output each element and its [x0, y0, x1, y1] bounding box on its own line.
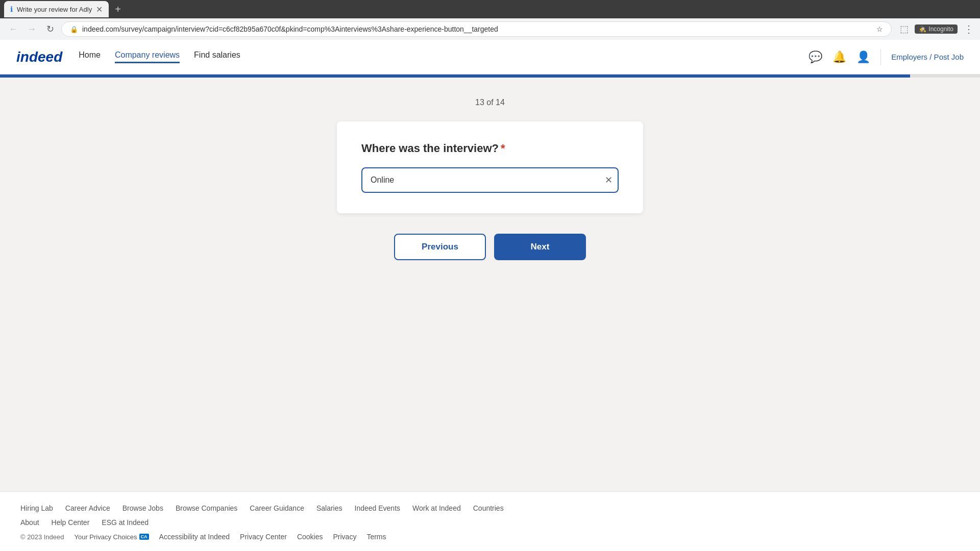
- forward-button[interactable]: →: [24, 22, 39, 36]
- required-star: *: [501, 142, 505, 155]
- indeed-logo[interactable]: indeed: [16, 49, 62, 65]
- footer-link-esg[interactable]: ESG at Indeed: [102, 518, 149, 527]
- reload-button[interactable]: ↻: [43, 22, 57, 36]
- main-content: 13 of 14 Where was the interview?* ✕ Pre…: [0, 78, 980, 491]
- step-counter: 13 of 14: [475, 98, 505, 107]
- footer-link-privacy[interactable]: Privacy: [333, 533, 357, 541]
- footer-link-accessibility[interactable]: Accessibility at Indeed: [159, 533, 230, 541]
- new-tab-button[interactable]: +: [111, 4, 125, 15]
- footer-bottom: © 2023 Indeed Your Privacy Choices CA Ac…: [20, 533, 960, 541]
- back-button[interactable]: ←: [6, 22, 20, 36]
- footer-link-career-guidance[interactable]: Career Guidance: [250, 504, 304, 512]
- main-nav: Home Company reviews Find salaries: [79, 51, 792, 63]
- footer-link-about[interactable]: About: [20, 518, 39, 527]
- logo-text: indeed: [16, 49, 62, 65]
- footer-link-career-advice[interactable]: Career Advice: [65, 504, 110, 512]
- footer-link-work-at-indeed[interactable]: Work at Indeed: [412, 504, 461, 512]
- lock-icon: 🔒: [70, 26, 78, 33]
- header-divider: [880, 49, 881, 65]
- footer-copyright: © 2023 Indeed: [20, 533, 64, 541]
- footer-link-browse-companies[interactable]: Browse Companies: [176, 504, 237, 512]
- footer-link-countries[interactable]: Countries: [473, 504, 504, 512]
- clear-input-button[interactable]: ✕: [605, 174, 612, 186]
- site-header: indeed Home Company reviews Find salarie…: [0, 40, 980, 74]
- privacy-choices-label: Your Privacy Choices: [74, 533, 137, 541]
- browser-nav: ← → ↻ 🔒 indeed.com/survey/campaign/inter…: [0, 18, 980, 40]
- footer-link-privacy-center[interactable]: Privacy Center: [240, 533, 287, 541]
- footer-link-indeed-events[interactable]: Indeed Events: [355, 504, 401, 512]
- site-footer: Hiring Lab Career Advice Browse Jobs Bro…: [0, 491, 980, 551]
- tab-icon: ℹ: [10, 5, 13, 13]
- nav-icons: ⬚ 🕵 Incognito ⋮: [900, 23, 974, 35]
- notifications-icon[interactable]: 🔔: [832, 51, 846, 64]
- privacy-badge-icon: CA: [139, 534, 149, 540]
- tab-title: Write your review for Adly: [17, 6, 92, 13]
- footer-links-row1: Hiring Lab Career Advice Browse Jobs Bro…: [20, 504, 960, 512]
- tab-close-button[interactable]: ✕: [96, 5, 103, 14]
- address-bar[interactable]: 🔒 indeed.com/survey/campaign/interview?c…: [61, 21, 892, 37]
- footer-links-row2: About Help Center ESG at Indeed: [20, 518, 960, 527]
- previous-button[interactable]: Previous: [394, 234, 486, 260]
- bookmark-icon: ☆: [876, 25, 883, 33]
- footer-link-hiring-lab[interactable]: Hiring Lab: [20, 504, 53, 512]
- extensions-button[interactable]: ⬚: [900, 23, 909, 35]
- browser-tab[interactable]: ℹ Write your review for Adly ✕: [4, 1, 109, 17]
- footer-link-help-center[interactable]: Help Center: [52, 518, 90, 527]
- interview-location-input[interactable]: [361, 167, 619, 193]
- footer-link-browse-jobs[interactable]: Browse Jobs: [122, 504, 163, 512]
- footer-link-terms[interactable]: Terms: [366, 533, 386, 541]
- question-card: Where was the interview?* ✕: [337, 121, 643, 213]
- privacy-choices-link[interactable]: Your Privacy Choices CA: [74, 533, 149, 541]
- url-text: indeed.com/survey/campaign/interview?cid…: [82, 25, 872, 33]
- user-icon[interactable]: 👤: [856, 51, 870, 64]
- text-input-wrapper: ✕: [361, 167, 619, 193]
- incognito-badge: 🕵 Incognito: [915, 24, 958, 34]
- menu-button[interactable]: ⋮: [964, 23, 974, 35]
- nav-home[interactable]: Home: [79, 51, 101, 63]
- footer-link-salaries[interactable]: Salaries: [316, 504, 342, 512]
- browser-tab-bar: ℹ Write your review for Adly ✕ +: [0, 0, 980, 18]
- incognito-label: Incognito: [928, 26, 953, 33]
- nav-company-reviews[interactable]: Company reviews: [115, 51, 180, 63]
- employers-post-job-link[interactable]: Employers / Post Job: [891, 53, 964, 61]
- footer-link-cookies[interactable]: Cookies: [297, 533, 323, 541]
- messages-icon[interactable]: 💬: [808, 51, 822, 64]
- next-button[interactable]: Next: [494, 234, 586, 260]
- nav-find-salaries[interactable]: Find salaries: [194, 51, 240, 63]
- header-icons: 💬 🔔 👤 Employers / Post Job: [808, 49, 964, 65]
- question-title: Where was the interview?*: [361, 142, 619, 155]
- nav-buttons: Previous Next: [394, 234, 586, 260]
